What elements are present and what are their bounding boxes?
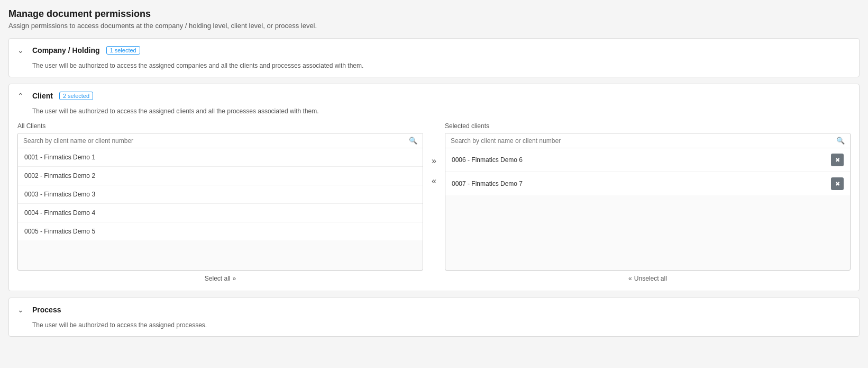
company-section-description: The user will be authorized to access th… — [9, 62, 859, 77]
list-item[interactable]: 0001 - Finmatics Demo 1 — [18, 148, 423, 167]
page-header: Manage document permissions Assign permi… — [8, 8, 860, 30]
client-section-body: All Clients 🔍 0001 - Finmatics Demo 1000… — [9, 122, 859, 291]
process-section-header[interactable]: ⌄ Process — [9, 298, 859, 321]
selected-clients-list: 0006 - Finmatics Demo 6✖0007 - Finmatics… — [445, 148, 850, 270]
client-selected-badge: 2 selected — [59, 92, 93, 100]
process-toggle-icon[interactable]: ⌄ — [17, 306, 26, 314]
all-clients-panel: All Clients 🔍 0001 - Finmatics Demo 1000… — [17, 122, 423, 282]
all-clients-label: All Clients — [17, 122, 423, 130]
list-item[interactable]: 0003 - Finmatics Demo 3 — [18, 185, 423, 204]
company-section-header[interactable]: ⌄ Company / Holding 1 selected — [9, 39, 859, 62]
list-item[interactable]: 0005 - Finmatics Demo 5 — [18, 222, 423, 240]
all-clients-list: 0001 - Finmatics Demo 10002 - Finmatics … — [18, 148, 423, 270]
company-selected-badge: 1 selected — [106, 46, 140, 55]
client-section-title: Client — [32, 92, 53, 100]
selected-clients-search-input[interactable] — [451, 137, 833, 145]
all-clients-search-icon: 🔍 — [409, 137, 417, 145]
add-all-button[interactable]: » — [430, 154, 438, 168]
selected-clients-search-icon: 🔍 — [836, 137, 845, 145]
process-section-description: The user will be authorized to access th… — [9, 321, 859, 336]
remove-item-button[interactable]: ✖ — [831, 177, 844, 190]
selected-clients-search-row: 🔍 — [445, 133, 850, 148]
all-clients-search-input[interactable] — [23, 137, 406, 145]
process-section-title: Process — [32, 306, 61, 314]
list-item[interactable]: 0002 - Finmatics Demo 2 — [18, 167, 423, 185]
select-all-icon: » — [233, 275, 236, 282]
client-section-header[interactable]: ⌃ Client 2 selected — [9, 84, 859, 107]
page-title: Manage document permissions — [8, 8, 860, 20]
selected-clients-label: Selected clients — [445, 122, 851, 130]
all-clients-search-row: 🔍 — [18, 133, 423, 148]
page-subtitle: Assign permissions to access documents a… — [8, 22, 860, 30]
unselect-all-icon: « — [628, 275, 632, 282]
client-section: ⌃ Client 2 selected The user will be aut… — [8, 84, 860, 291]
process-section: ⌄ Process The user will be authorized to… — [8, 298, 860, 337]
client-section-description: The user will be authorized to access th… — [9, 107, 859, 122]
company-toggle-icon[interactable]: ⌄ — [17, 46, 26, 55]
all-clients-box: 🔍 0001 - Finmatics Demo 10002 - Finmatic… — [17, 133, 423, 271]
selected-clients-box: 🔍 0006 - Finmatics Demo 6✖0007 - Finmati… — [445, 133, 851, 271]
company-section-title: Company / Holding — [32, 46, 100, 55]
all-clients-footer: Select all » — [17, 271, 423, 282]
list-item[interactable]: 0006 - Finmatics Demo 6✖ — [445, 148, 850, 172]
selected-clients-footer: « Unselect all — [445, 271, 851, 282]
select-all-button[interactable]: Select all » — [205, 275, 236, 282]
remove-all-button[interactable]: « — [430, 174, 438, 188]
company-section: ⌄ Company / Holding 1 selected The user … — [8, 38, 860, 77]
unselect-all-button[interactable]: « Unselect all — [628, 275, 667, 282]
list-item[interactable]: 0004 - Finmatics Demo 4 — [18, 204, 423, 222]
selected-clients-panel: Selected clients 🔍 0006 - Finmatics Demo… — [445, 122, 851, 282]
transfer-panels-row: All Clients 🔍 0001 - Finmatics Demo 1000… — [17, 122, 851, 282]
remove-item-button[interactable]: ✖ — [831, 154, 844, 166]
list-item[interactable]: 0007 - Finmatics Demo 7✖ — [445, 172, 850, 195]
transfer-controls: » « — [423, 154, 445, 188]
client-toggle-icon[interactable]: ⌃ — [17, 92, 26, 100]
